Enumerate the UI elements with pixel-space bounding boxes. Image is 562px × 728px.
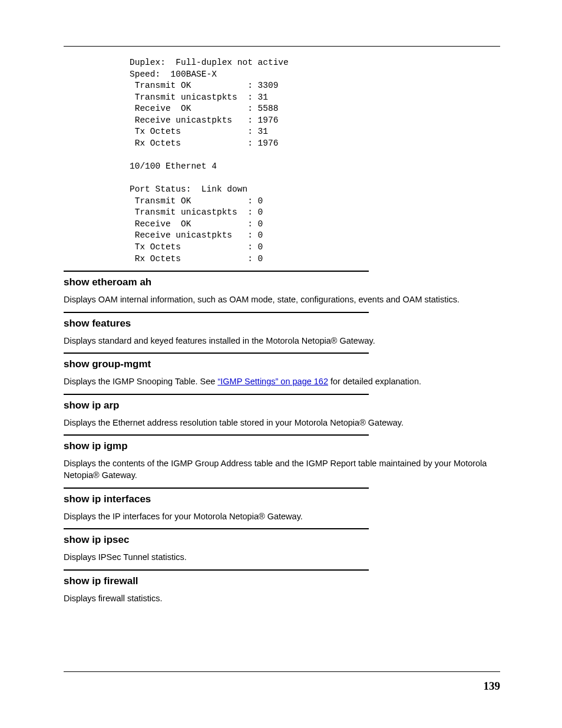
top-horizontal-rule — [64, 46, 500, 47]
command-heading: show group-mgmt — [64, 358, 500, 370]
command-description: Displays firewall statistics. — [64, 593, 500, 605]
command-heading: show ip interfaces — [64, 493, 500, 505]
command-description: Displays OAM internal information, such … — [64, 294, 500, 306]
section-separator — [64, 271, 369, 272]
igmp-settings-link[interactable]: “IGMP Settings” on page 162 — [217, 377, 328, 386]
command-description: Displays the Ethernet address resolution… — [64, 417, 500, 429]
command-description: Displays the contents of the IGMP Group … — [64, 458, 500, 481]
section-separator — [64, 353, 369, 354]
command-description: Displays the IGMP Snooping Table. See “I… — [64, 376, 500, 388]
page-number: 139 — [484, 680, 501, 693]
section-separator — [64, 434, 369, 436]
command-heading: show ip firewall — [64, 575, 500, 587]
section-separator — [64, 312, 369, 313]
terminal-output-block: Duplex: Full-duplex not active Speed: 10… — [130, 57, 500, 265]
command-heading: show ip arp — [64, 400, 500, 411]
description-text-after: for detailed explanation. — [328, 377, 421, 386]
command-description: Displays the IP interfaces for your Moto… — [64, 511, 500, 523]
command-heading: show ip ipsec — [64, 534, 500, 546]
section-separator — [64, 528, 369, 529]
section-separator — [64, 569, 369, 571]
command-heading: show ip igmp — [64, 440, 500, 452]
description-text-before: Displays the IGMP Snooping Table. See — [64, 377, 217, 386]
section-separator — [64, 394, 369, 395]
command-description: Displays standard and keyed features ins… — [64, 335, 500, 347]
command-description: Displays IPSec Tunnel statistics. — [64, 552, 500, 564]
bottom-horizontal-rule — [64, 671, 500, 672]
command-heading: show etheroam ah — [64, 276, 500, 288]
page-container: Duplex: Full-duplex not active Speed: 10… — [0, 0, 562, 728]
section-separator — [64, 487, 369, 489]
command-heading: show features — [64, 318, 500, 330]
